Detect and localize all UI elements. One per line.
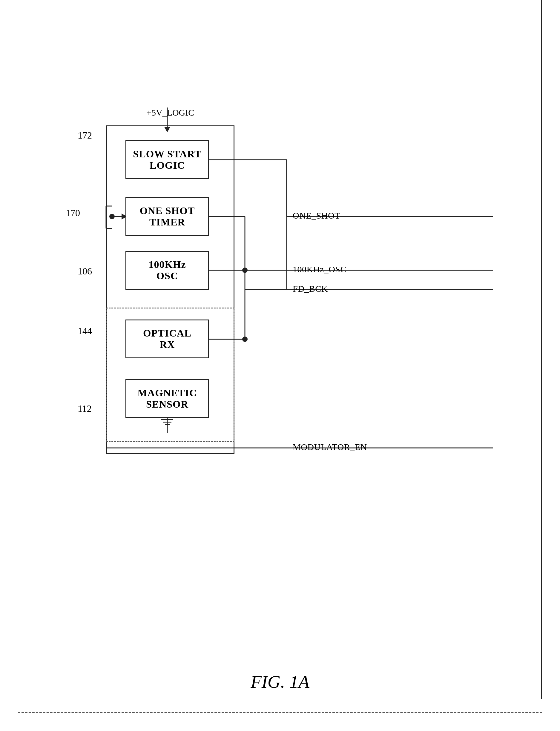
one-shot-label-line1: ONE SHOT bbox=[140, 205, 195, 217]
ref-170: 170 bbox=[66, 208, 80, 219]
ground-line-2 bbox=[163, 421, 171, 422]
ref-112: 112 bbox=[78, 403, 92, 414]
signal-modulator-en: MODULATOR_EN bbox=[293, 442, 367, 452]
figure-caption: FIG. 1A bbox=[0, 672, 560, 692]
block-100khz-osc: 100KHz OSC bbox=[125, 251, 209, 290]
signal-fd-bck: FD_BCK bbox=[293, 284, 328, 294]
diagram-area: +5V_LOGIC SLOW START LOGIC ONE SHOT TIME… bbox=[60, 105, 508, 627]
ground-symbol bbox=[161, 418, 173, 426]
signal-one-shot: ONE_SHOT bbox=[293, 211, 340, 221]
page-border-right bbox=[541, 0, 542, 699]
ref-172: 172 bbox=[78, 130, 92, 141]
block-optical-rx: OPTICAL RX bbox=[125, 320, 209, 358]
block-magnetic-sensor: MAGNETIC SENSOR bbox=[125, 379, 209, 418]
ground-line-1 bbox=[161, 419, 173, 420]
svg-point-19 bbox=[242, 337, 248, 342]
slow-start-label-line1: SLOW START bbox=[133, 148, 202, 160]
block-slow-start: SLOW START LOGIC bbox=[125, 140, 209, 179]
one-shot-label-line2: TIMER bbox=[140, 217, 195, 228]
ground-line-3 bbox=[165, 424, 170, 425]
block-one-shot-timer: ONE SHOT TIMER bbox=[125, 197, 209, 236]
ref-106: 106 bbox=[78, 266, 92, 277]
100khz-label-line2: OSC bbox=[149, 270, 186, 282]
page-border-bottom bbox=[18, 712, 542, 713]
slow-start-label-line2: LOGIC bbox=[133, 160, 202, 171]
signal-100khz-osc: 100KHz_OSC bbox=[293, 264, 346, 275]
svg-point-14 bbox=[242, 268, 248, 273]
magnetic-label-line1: MAGNETIC bbox=[138, 387, 197, 398]
magnetic-label-line2: SENSOR bbox=[138, 398, 197, 410]
optical-rx-label-line1: OPTICAL bbox=[143, 328, 191, 339]
optical-rx-label-line2: RX bbox=[143, 339, 191, 350]
power-label: +5V_LOGIC bbox=[146, 108, 194, 118]
ref-144: 144 bbox=[78, 326, 92, 337]
100khz-label-line1: 100KHz bbox=[149, 259, 186, 270]
